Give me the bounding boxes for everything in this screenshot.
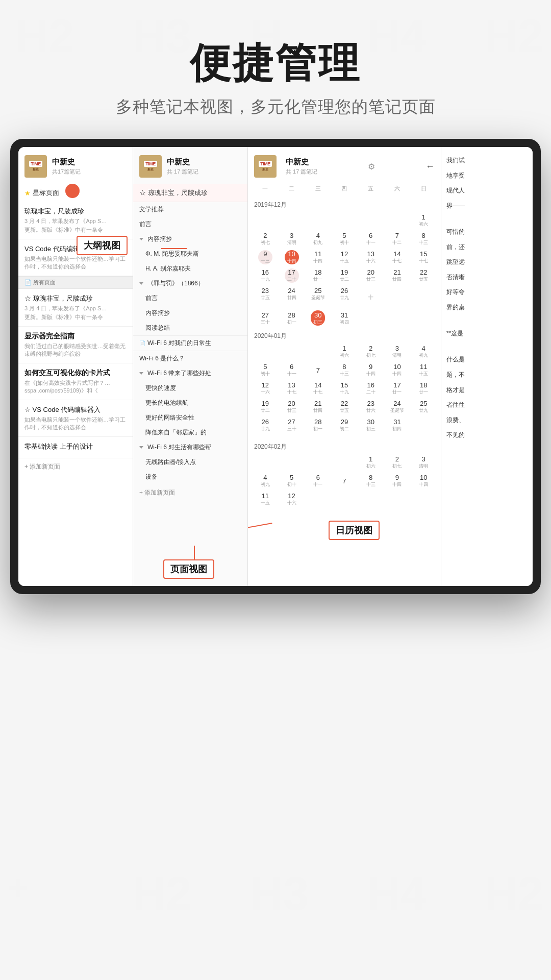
outline-device[interactable]: 设备 (133, 470, 247, 484)
cal-day-jan11[interactable]: 11十五 (410, 361, 437, 379)
cal-day-dec6[interactable]: 6十一 (358, 230, 384, 248)
cal-day-jan7[interactable]: 7 (305, 361, 331, 379)
cal-day-jan12[interactable]: 12十六 (252, 379, 279, 398)
outline-item-preface2[interactable]: 前言 (133, 291, 247, 306)
cal-day-jan16[interactable]: 16二十 (358, 379, 384, 398)
outline-item-author2[interactable]: H. A. 别尔嘉耶夫 (133, 261, 247, 276)
cal-day-dec24[interactable]: 24廿四 (279, 285, 305, 309)
cal-day-feb4[interactable]: 4初九 (252, 472, 279, 490)
cal-day-feb3[interactable]: 3清明 (410, 453, 437, 472)
cal-day-dec26[interactable]: 26廿九 (331, 285, 358, 309)
cal-day-feb1[interactable]: 1初六 (358, 453, 384, 472)
cal-day-feb9[interactable]: 9十四 (384, 472, 411, 490)
cal-day-jan24[interactable]: 24圣诞节 (384, 398, 411, 416)
outline-item-abstract-header[interactable]: 内容摘抄 (133, 232, 247, 247)
cal-day-dec15[interactable]: 15十七 (410, 248, 437, 266)
outline-neighbor[interactable]: 降低来自「邻居家」的 (133, 425, 247, 440)
outline-item-reading-summary[interactable]: 阅读总结 (133, 321, 247, 335)
cal-day-plus[interactable]: + (358, 285, 384, 309)
cal-day-dec20[interactable]: 20廿三 (358, 266, 384, 285)
cal-day-dec1[interactable]: 1初六 (410, 211, 437, 230)
cal-day-feb10[interactable]: 10十四 (410, 472, 437, 490)
outline-battery[interactable]: 更长的电池续航 (133, 396, 247, 410)
outline-wifi-benefits[interactable]: Wi-Fi 6 带来了哪些好处 (133, 366, 247, 381)
add-page-btn-2[interactable]: + 添加新页面 (133, 484, 247, 501)
cal-day-jan19[interactable]: 19廿二 (252, 398, 279, 416)
cal-day-dec19[interactable]: 19廿二 (331, 266, 358, 285)
cal-day-dec30[interactable]: 30初三 (305, 309, 331, 328)
outline-wifi-what[interactable]: Wi-Fi 6 是什么？ (133, 351, 247, 366)
cal-day-dec2[interactable]: 2初七 (252, 230, 279, 248)
outline-router[interactable]: 无线路由器/接入点 (133, 455, 247, 470)
cal-day-jan30[interactable]: 30初三 (358, 416, 384, 434)
back-icon[interactable]: ← (425, 161, 435, 172)
cal-day-jan13[interactable]: 13十七 (279, 379, 305, 398)
list-item-design[interactable]: 零基础快读 上手的设计 (18, 437, 133, 458)
list-item-vscode-2[interactable]: ☆ VS Code 代码编辑器入 如果当电脑只能装一个软件还能…学习工作时，不知… (18, 400, 133, 437)
cal-day-jan20[interactable]: 20廿三 (279, 398, 305, 416)
cal-day-jan1[interactable]: 1初六 (331, 342, 358, 361)
list-item-display[interactable]: 显示器完全指南 我们通过自己的眼睛感受实世…受着毫无束缚的视野与绚烂缤纷 (18, 327, 133, 363)
outline-faster-speed[interactable]: 更快的速度 (133, 381, 247, 396)
cal-day-dec3[interactable]: 3清明 (279, 230, 305, 248)
outline-item-book[interactable]: 《罪与罚》（1866） (133, 276, 247, 291)
settings-icon[interactable]: ⚙ (368, 162, 375, 172)
cal-day-feb6[interactable]: 6十一 (305, 472, 331, 490)
cal-day-jan28[interactable]: 28初一 (305, 416, 331, 434)
cal-day-jan15[interactable]: 15十九 (331, 379, 358, 398)
cal-day-dec16[interactable]: 16十九 (252, 266, 279, 285)
cal-day-jan26[interactable]: 26廿九 (252, 416, 279, 434)
cal-day-dec13[interactable]: 13十六 (358, 248, 384, 266)
cal-day-jan5[interactable]: 5初十 (252, 361, 279, 379)
add-page-btn-1[interactable]: + 添加新页面 (18, 458, 133, 475)
cal-day-dec12[interactable]: 12十五 (331, 248, 358, 266)
cal-day-jan2[interactable]: 2初七 (358, 342, 384, 361)
cal-day-dec25[interactable]: 25圣诞节 (305, 285, 331, 309)
cal-day-jan25[interactable]: 25廿九 (410, 398, 437, 416)
cal-day-feb5[interactable]: 5初十 (279, 472, 305, 490)
cal-day-dec27[interactable]: 27三十 (252, 309, 279, 328)
cal-day-jan3[interactable]: 3清明 (384, 342, 411, 361)
cal-day-dec11[interactable]: 11十四 (305, 248, 331, 266)
cal-day-feb7[interactable]: 7 (331, 472, 358, 490)
cal-day-jan9[interactable]: 9十四 (358, 361, 384, 379)
cal-day-jan29[interactable]: 29初二 (331, 416, 358, 434)
cal-day-dec4[interactable]: 4初九 (305, 230, 331, 248)
outline-security[interactable]: 更好的网络安全性 (133, 410, 247, 425)
cal-day-dec22[interactable]: 22廿五 (410, 266, 437, 285)
outline-item-author1[interactable]: Φ. M. 陀思妥耶夫斯 (133, 247, 247, 261)
cal-day-dec5[interactable]: 5初十 (331, 230, 358, 248)
list-item-1[interactable]: 琼瑰非宝，尺牍成珍 3 月 4 日，苹果发布了《App S… 更新。新版《标准》… (18, 202, 133, 239)
cal-day-dec18[interactable]: 18廿一 (305, 266, 331, 285)
cal-day-jan14[interactable]: 14十七 (305, 379, 331, 398)
cal-day-dec23[interactable]: 23廿五 (252, 285, 279, 309)
cal-day-jan18[interactable]: 18廿一 (410, 379, 437, 398)
cal-day-dec9[interactable]: 9十三 (252, 248, 279, 266)
cal-day-dec28[interactable]: 28初一 (279, 309, 305, 328)
cal-day-dec17[interactable]: 17二十 (279, 266, 305, 285)
cal-day-dec14[interactable]: 14十七 (384, 248, 411, 266)
cal-day-jan8[interactable]: 8十三 (331, 361, 358, 379)
cal-day-dec7[interactable]: 7十二 (384, 230, 411, 248)
outline-item-lit[interactable]: 文学推荐 (133, 202, 247, 217)
cal-day-dec31[interactable]: 31初四 (331, 309, 358, 328)
cal-day-jan6[interactable]: 6十一 (279, 361, 305, 379)
cal-day-feb8[interactable]: 8十三 (358, 472, 384, 490)
list-item-card[interactable]: 如何交互可视化你的卡片式 在《[如何高效实践卡片式写作？…sspai.com/p… (18, 363, 133, 400)
cal-day-feb12[interactable]: 12十六 (279, 490, 305, 508)
cal-day-jan31[interactable]: 31初四 (384, 416, 411, 434)
cal-day-feb11[interactable]: 11十五 (252, 490, 279, 508)
cal-day-jan4[interactable]: 4初九 (410, 342, 437, 361)
outline-item-abstract2[interactable]: 内容摘抄 (133, 306, 247, 321)
cal-day-dec21[interactable]: 21廿四 (384, 266, 411, 285)
outline-item-preface1[interactable]: 前言 (133, 217, 247, 232)
cal-day-jan17[interactable]: 17廿一 (384, 379, 411, 398)
cal-day-dec8[interactable]: 8十三 (410, 230, 437, 248)
cal-day-jan21[interactable]: 21廿四 (305, 398, 331, 416)
cal-day-jan22[interactable]: 22廿五 (331, 398, 358, 416)
cal-day-jan23[interactable]: 23廿六 (358, 398, 384, 416)
outline-wifi-life[interactable]: Wi-Fi 6 对生活有哪些帮 (133, 440, 247, 455)
cal-day-jan10[interactable]: 10十四 (384, 361, 411, 379)
cal-day-dec10[interactable]: 10十四 (279, 248, 305, 266)
cal-day-jan27[interactable]: 27三十 (279, 416, 305, 434)
